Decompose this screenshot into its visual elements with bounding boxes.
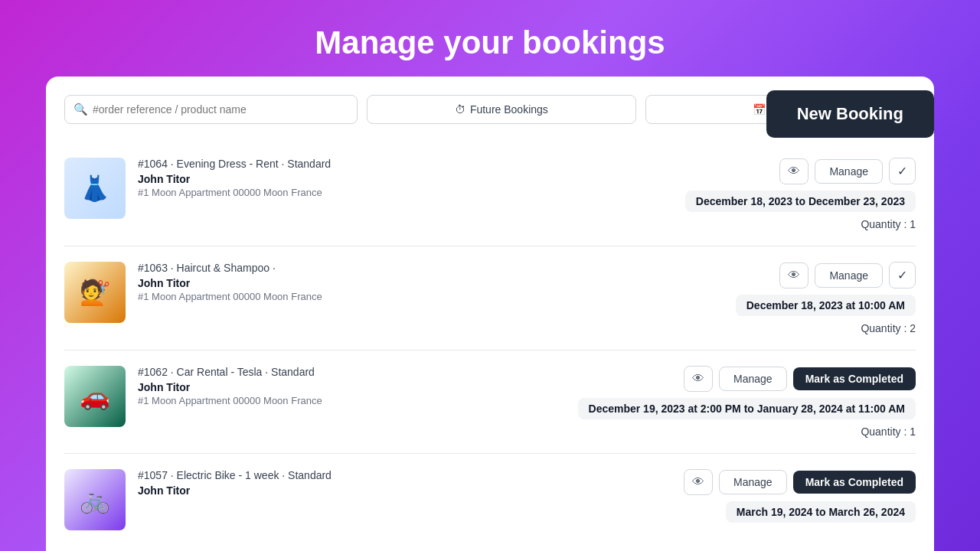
booking-actions: 👁 Manage Mark as Completed December 19, … [578,366,916,438]
booking-date: December 19, 2023 at 2:00 PM to January … [578,398,916,419]
complete-icon-button[interactable]: ✓ [889,262,916,289]
booking-date: December 18, 2023 to December 23, 2023 [685,191,916,212]
booking-date: December 18, 2023 at 10:00 AM [736,295,916,316]
calendar-icon: 📅 [753,103,766,116]
booking-ref: #1063 · Haircut & Shampoo · [138,262,658,274]
mark-complete-button[interactable]: Mark as Completed [793,367,916,390]
bookings-list: 👗 #1064 · Evening Dress - Rent · Standar… [64,142,916,546]
eye-icon: 👁 [788,165,800,178]
booking-customer: John Titor [138,484,658,497]
action-buttons: 👁 Manage Mark as Completed [684,469,916,495]
booking-image: 🚗 [64,366,126,427]
new-booking-button[interactable]: New Booking [766,90,934,138]
booking-ref: #1064 · Evening Dress - Rent · Standard [138,158,658,170]
booking-image: 🚲 [64,469,126,530]
main-container: 🔍 ⏱ Future Bookings 📅 All Time 👗 #1064 ·… [46,77,934,551]
eye-icon: 👁 [692,475,704,489]
search-wrapper: 🔍 [64,95,358,124]
mark-complete-button[interactable]: Mark as Completed [793,471,916,494]
action-buttons: 👁 Manage ✓ [779,158,916,184]
booking-quantity: Quantity : 2 [861,322,916,334]
booking-image: 💇 [64,262,126,323]
booking-info: #1063 · Haircut & Shampoo · John Titor #… [138,262,658,302]
booking-actions: 👁 Manage ✓ December 18, 2023 to December… [671,158,916,230]
view-button[interactable]: 👁 [684,366,713,392]
manage-button[interactable]: Manage [815,263,883,288]
manage-button[interactable]: Manage [815,159,883,184]
booking-actions: 👁 Manage ✓ December 18, 2023 at 10:00 AM… [671,262,916,334]
booking-ref: #1057 · Electric Bike - 1 week · Standar… [138,469,658,481]
clock-icon: ⏱ [455,103,466,116]
future-bookings-filter[interactable]: ⏱ Future Bookings [367,95,637,124]
booking-ref: #1062 · Car Rental - Tesla · Standard [138,366,566,378]
booking-quantity: Quantity : 1 [861,425,916,438]
search-icon: 🔍 [74,103,88,116]
action-buttons: 👁 Manage ✓ [779,262,916,289]
eye-icon: 👁 [692,372,704,386]
view-button[interactable]: 👁 [779,262,808,289]
booking-quantity: Quantity : 1 [861,218,916,230]
booking-actions: 👁 Manage Mark as Completed March 19, 202… [671,469,916,523]
booking-info: #1064 · Evening Dress - Rent · Standard … [138,158,658,198]
booking-address: #1 Moon Appartment 00000 Moon France [138,395,566,406]
booking-date: March 19, 2024 to March 26, 2024 [726,501,916,523]
search-input[interactable] [64,95,358,124]
booking-info: #1062 · Car Rental - Tesla · Standard Jo… [138,366,566,406]
action-buttons: 👁 Manage Mark as Completed [684,366,916,392]
page-title: Manage your bookings [0,0,980,77]
booking-address: #1 Moon Appartment 00000 Moon France [138,187,658,198]
complete-icon-button[interactable]: ✓ [889,158,916,184]
eye-icon: 👁 [788,269,800,282]
booking-address: #1 Moon Appartment 00000 Moon France [138,291,658,302]
booking-image: 👗 [64,158,126,219]
future-bookings-label: Future Bookings [470,103,548,116]
booking-customer: John Titor [138,381,566,393]
manage-button[interactable]: Manage [719,367,787,391]
booking-row: 🚲 #1057 · Electric Bike - 1 week · Stand… [64,454,916,546]
booking-row: 💇 #1063 · Haircut & Shampoo · John Titor… [64,246,916,350]
booking-customer: John Titor [138,277,658,289]
view-button[interactable]: 👁 [779,158,808,184]
view-button[interactable]: 👁 [684,469,713,495]
booking-row: 👗 #1064 · Evening Dress - Rent · Standar… [64,142,916,246]
booking-customer: John Titor [138,173,658,185]
manage-button[interactable]: Manage [719,470,787,494]
booking-info: #1057 · Electric Bike - 1 week · Standar… [138,469,658,498]
booking-row: 🚗 #1062 · Car Rental - Tesla · Standard … [64,350,916,454]
